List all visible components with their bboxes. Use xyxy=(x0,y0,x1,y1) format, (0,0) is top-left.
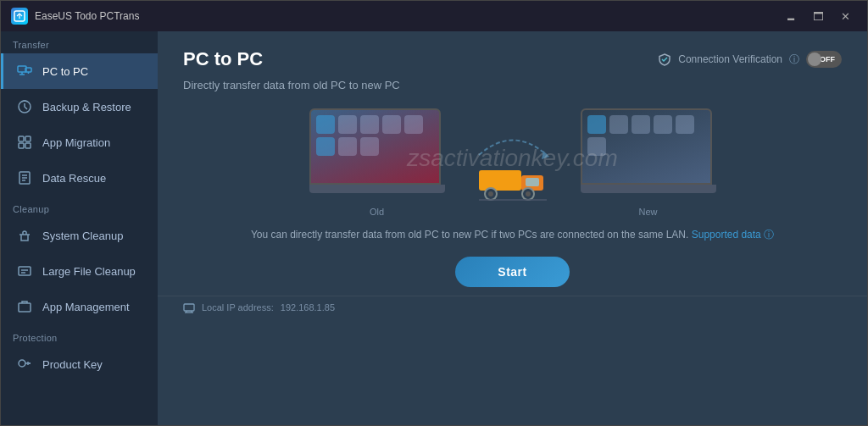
svg-rect-18 xyxy=(19,303,31,312)
old-pc-wrap: Old xyxy=(309,108,445,217)
sidebar-item-app-management[interactable]: App Management xyxy=(1,289,158,324)
sidebar-section-protection: Protection xyxy=(1,324,158,346)
sidebar-label-product-key: Product Key xyxy=(42,358,103,371)
maximize-button[interactable]: 🗖 xyxy=(806,8,830,25)
shield-icon xyxy=(658,53,671,66)
app-icon-5 xyxy=(404,115,423,134)
local-ip-label: Local IP address: xyxy=(202,302,274,313)
large-file-cleanup-icon xyxy=(15,262,34,280)
sidebar-label-data-rescue: Data Rescue xyxy=(42,172,106,185)
truck-icon xyxy=(479,163,547,202)
app-window: EaseUS Todo PCTrans 🗕 🗖 ✕ Transfer xyxy=(0,0,868,426)
sidebar: Transfer PC to PC xyxy=(1,31,158,425)
start-button-wrap: Start xyxy=(158,243,867,296)
toggle-label: OFF xyxy=(820,55,835,64)
old-pc-screen xyxy=(309,108,441,185)
backup-restore-icon xyxy=(15,97,34,116)
old-pc-laptop xyxy=(309,108,445,202)
new-app-icon-6 xyxy=(587,137,606,156)
sidebar-section-transfer: Transfer xyxy=(1,31,158,53)
old-pc-base xyxy=(309,185,445,193)
sidebar-item-app-migration[interactable]: App Migration xyxy=(1,124,158,160)
title-bar: EaseUS Todo PCTrans 🗕 🗖 ✕ xyxy=(1,1,867,31)
svg-rect-10 xyxy=(25,143,31,148)
app-icon-1 xyxy=(316,115,335,134)
svg-point-28 xyxy=(488,191,493,196)
main-content: Transfer PC to PC xyxy=(1,31,867,425)
sidebar-label-app-management: App Management xyxy=(42,301,130,313)
new-app-icon-2 xyxy=(609,115,628,134)
app-icon-2 xyxy=(338,115,357,134)
content-header: PC to PC Connection Verification ⓘ OFF xyxy=(158,31,867,79)
sidebar-label-app-migration: App Migration xyxy=(42,136,110,149)
svg-point-30 xyxy=(526,191,531,196)
window-controls: 🗕 🗖 ✕ xyxy=(779,8,857,25)
connection-verify: Connection Verification ⓘ OFF xyxy=(658,51,842,68)
sidebar-label-large-file-cleanup: Large File Cleanup xyxy=(42,265,136,278)
svg-rect-32 xyxy=(184,304,194,311)
sidebar-section-cleanup: Cleanup xyxy=(1,196,158,218)
new-app-icon-3 xyxy=(632,115,650,134)
app-icon-8 xyxy=(360,137,379,156)
new-pc-base xyxy=(581,185,716,193)
toggle-knob xyxy=(808,53,821,66)
app-icon-3 xyxy=(360,115,379,134)
svg-point-19 xyxy=(19,360,25,367)
sidebar-item-system-cleanup[interactable]: System Cleanup xyxy=(1,218,158,253)
svg-rect-24 xyxy=(479,170,521,191)
footer-bar: Local IP address: 192.168.1.85 xyxy=(158,296,867,318)
page-subtitle: Directly transfer data from old PC to ne… xyxy=(158,79,867,100)
app-icon-7 xyxy=(338,137,357,156)
sidebar-item-data-rescue[interactable]: Data Rescue xyxy=(1,160,158,196)
new-pc-label: New xyxy=(638,207,657,217)
svg-rect-8 xyxy=(25,136,31,141)
svg-rect-15 xyxy=(19,267,31,275)
pc-to-pc-icon xyxy=(15,62,34,80)
illustration-area: Old xyxy=(158,100,867,217)
local-ip-value: 192.168.1.85 xyxy=(281,302,335,313)
new-app-icon-5 xyxy=(676,115,694,134)
product-key-icon xyxy=(15,355,34,373)
svg-rect-9 xyxy=(19,143,24,148)
new-app-icon-1 xyxy=(587,115,606,134)
info-icon: ⓘ xyxy=(789,53,799,67)
old-pc-label: Old xyxy=(370,207,384,217)
new-pc-wrap: New xyxy=(581,108,716,217)
svg-rect-7 xyxy=(19,136,24,141)
sidebar-label-system-cleanup: System Cleanup xyxy=(42,230,123,242)
connection-verify-label: Connection Verification xyxy=(678,53,782,65)
app-migration-icon xyxy=(15,133,34,152)
start-button[interactable]: Start xyxy=(455,257,569,287)
svg-rect-26 xyxy=(526,178,539,186)
sidebar-label-pc-to-pc: PC to PC xyxy=(42,65,88,78)
app-icon-4 xyxy=(382,115,401,134)
sidebar-item-pc-to-pc[interactable]: PC to PC xyxy=(1,53,158,89)
new-pc-screen xyxy=(581,108,712,185)
sidebar-item-large-file-cleanup[interactable]: Large File Cleanup xyxy=(1,253,158,289)
content-area: PC to PC Connection Verification ⓘ OFF xyxy=(158,31,867,425)
new-app-icon-4 xyxy=(654,115,672,134)
transfer-arc xyxy=(470,121,555,163)
info-text: You can directly transfer data from old … xyxy=(158,217,867,243)
ip-icon xyxy=(183,302,195,313)
connection-toggle[interactable]: OFF xyxy=(806,51,842,68)
sidebar-item-backup-restore[interactable]: Backup & Restore xyxy=(1,89,158,124)
supported-data-link[interactable]: Supported data ⓘ xyxy=(692,229,774,241)
app-title: EaseUS Todo PCTrans xyxy=(35,10,779,22)
data-rescue-icon xyxy=(15,169,34,187)
page-title: PC to PC xyxy=(183,48,263,70)
system-cleanup-icon xyxy=(15,226,34,245)
close-button[interactable]: ✕ xyxy=(833,8,857,25)
app-logo xyxy=(11,8,28,25)
sidebar-label-backup-restore: Backup & Restore xyxy=(42,101,131,113)
sidebar-item-product-key[interactable]: Product Key xyxy=(1,346,158,382)
new-pc-laptop xyxy=(581,108,716,202)
minimize-button[interactable]: 🗕 xyxy=(779,8,803,25)
app-icon-6 xyxy=(316,137,335,156)
app-management-icon xyxy=(15,297,34,316)
